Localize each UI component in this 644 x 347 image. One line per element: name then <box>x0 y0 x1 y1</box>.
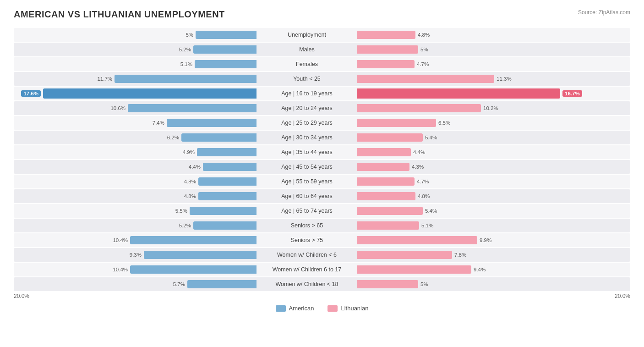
bars-area: 5.2%Males5% <box>14 44 630 55</box>
value-lithuanian: 7.8% <box>454 252 466 258</box>
value-american: 11.7% <box>97 76 112 82</box>
bar-american <box>198 177 257 186</box>
value-lithuanian: 6.5% <box>438 120 450 126</box>
bar-label: Age | 25 to 29 years <box>257 120 357 126</box>
value-american: 4.8% <box>184 179 196 184</box>
bars-area: 4.8%Age | 55 to 59 years4.7% <box>14 176 630 187</box>
value-lithuanian: 5.4% <box>425 208 437 214</box>
bar-lithuanian <box>357 251 452 259</box>
bar-label: Females <box>257 61 357 67</box>
bar-american <box>115 75 257 83</box>
left-section: 5.5% <box>14 205 257 216</box>
bar-lithuanian <box>357 75 494 83</box>
value-lithuanian: 11.3% <box>497 76 512 82</box>
value-american: 17.6% <box>21 90 41 97</box>
value-lithuanian: 5% <box>420 281 428 287</box>
bar-label: Women w/ Children < 6 <box>257 252 357 258</box>
left-section: 4.8% <box>14 191 257 202</box>
bar-american <box>130 236 257 244</box>
value-lithuanian: 4.8% <box>418 32 430 38</box>
x-axis: 20.0% 20.0% <box>14 293 630 299</box>
right-section: 7.8% <box>357 249 600 260</box>
bars-area: 10.6%Age | 20 to 24 years10.2% <box>14 103 630 114</box>
left-section: 4.4% <box>14 161 257 172</box>
left-section: 17.6% <box>14 88 257 99</box>
bar-lithuanian <box>357 104 481 112</box>
value-american: 10.4% <box>113 237 128 243</box>
bar-row: 5.5%Age | 65 to 74 years5.4% <box>14 204 630 218</box>
bar-label: Unemployment <box>257 32 357 38</box>
value-lithuanian: 5.1% <box>421 223 433 228</box>
bar-label: Women w/ Children < 18 <box>257 281 357 287</box>
bar-american <box>130 265 257 274</box>
bar-american <box>193 45 257 54</box>
left-section: 4.8% <box>14 176 257 187</box>
bar-american <box>187 280 257 288</box>
bar-label: Seniors > 75 <box>257 237 357 243</box>
left-section: 4.9% <box>14 147 257 158</box>
bar-lithuanian <box>357 207 423 215</box>
bar-american <box>128 104 257 112</box>
bars-area: 7.4%Age | 25 to 29 years6.5% <box>14 117 630 128</box>
legend-american-label: American <box>289 305 314 312</box>
bar-label: Age | 20 to 24 years <box>257 105 357 111</box>
value-lithuanian: 4.8% <box>418 193 430 199</box>
bar-row: 4.9%Age | 35 to 44 years4.4% <box>14 145 630 159</box>
bar-american <box>198 192 257 200</box>
bar-lithuanian <box>357 45 418 54</box>
bars-area: 5.7%Women w/ Children < 185% <box>14 279 630 290</box>
right-section: 5% <box>357 44 600 55</box>
left-section: 5.2% <box>14 44 257 55</box>
right-section: 4.7% <box>357 59 600 70</box>
bar-american <box>196 31 257 39</box>
bar-lithuanian <box>357 148 411 156</box>
legend-american-box <box>276 305 286 312</box>
bar-lithuanian <box>357 236 477 244</box>
left-section: 10.4% <box>14 235 257 246</box>
value-lithuanian: 16.7% <box>562 90 582 97</box>
bar-american <box>144 251 257 259</box>
bar-row: 11.7%Youth < 2511.3% <box>14 72 630 86</box>
bar-row: 4.4%Age | 45 to 54 years4.3% <box>14 160 630 174</box>
bar-row: 5.7%Women w/ Children < 185% <box>14 277 630 291</box>
value-american: 6.2% <box>167 135 179 140</box>
value-american: 4.4% <box>189 164 201 170</box>
bar-lithuanian <box>357 60 415 68</box>
value-american: 5.5% <box>175 208 187 214</box>
bar-lithuanian <box>357 192 415 200</box>
bar-american <box>193 221 257 230</box>
bar-label: Age | 65 to 74 years <box>257 208 357 214</box>
value-lithuanian: 4.7% <box>417 179 429 184</box>
legend-lithuanian-box <box>327 305 338 312</box>
bar-lithuanian <box>357 280 418 288</box>
right-section: 4.8% <box>357 191 600 202</box>
chart-source: Source: ZipAtlas.com <box>578 9 630 16</box>
bar-label: Age | 35 to 44 years <box>257 149 357 155</box>
bars-area: 5%Unemployment4.8% <box>14 29 630 40</box>
bar-american <box>197 148 257 156</box>
chart-body: 5%Unemployment4.8%5.2%Males5%5.1%Females… <box>14 28 630 291</box>
bars-area: 4.8%Age | 60 to 64 years4.8% <box>14 191 630 202</box>
legend-lithuanian-label: Lithuanian <box>341 305 368 312</box>
value-american: 4.9% <box>183 149 195 155</box>
bars-area: 4.4%Age | 45 to 54 years4.3% <box>14 161 630 172</box>
value-lithuanian: 4.4% <box>413 149 425 155</box>
bar-row: 6.2%Age | 30 to 34 years5.4% <box>14 131 630 144</box>
left-section: 5.7% <box>14 279 257 290</box>
bar-lithuanian <box>357 163 409 171</box>
x-axis-left: 20.0% <box>14 293 29 299</box>
bar-row: 5.2%Males5% <box>14 43 630 56</box>
bars-area: 17.6%Age | 16 to 19 years16.7% <box>14 88 630 99</box>
right-section: 11.3% <box>357 73 600 84</box>
value-lithuanian: 5.4% <box>425 135 437 140</box>
bar-row: 5.1%Females4.7% <box>14 57 630 71</box>
value-lithuanian: 4.3% <box>412 164 424 170</box>
right-section: 16.7% <box>357 88 600 99</box>
bar-american <box>203 163 257 171</box>
right-section: 5.4% <box>357 132 600 143</box>
bar-lithuanian <box>357 177 415 186</box>
bar-lithuanian <box>357 119 436 127</box>
right-section: 4.4% <box>357 147 600 158</box>
bar-row: 17.6%Age | 16 to 19 years16.7% <box>14 87 630 100</box>
right-section: 4.8% <box>357 29 600 40</box>
